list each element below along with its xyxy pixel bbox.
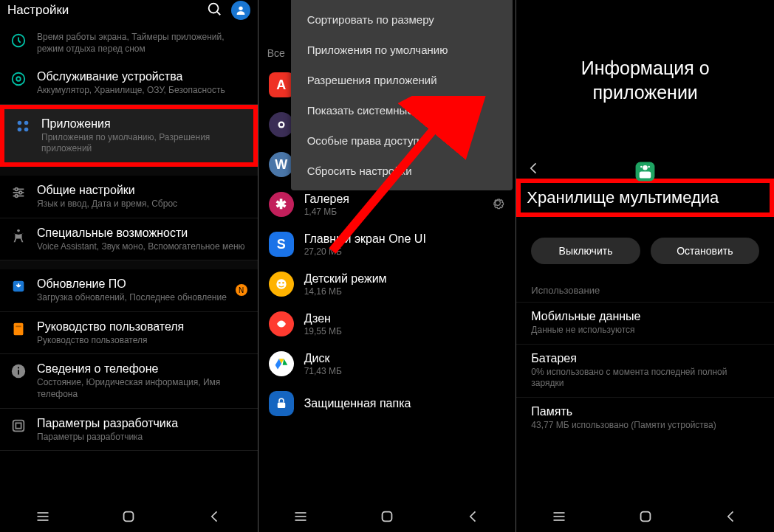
android-navbar bbox=[258, 501, 516, 532]
usage-title: Память bbox=[531, 405, 759, 418]
usage-storage[interactable]: Память 43,77 МБ использовано (Памяти уст… bbox=[516, 397, 774, 439]
gear-icon[interactable] bbox=[490, 196, 505, 213]
svg-rect-53 bbox=[640, 512, 650, 522]
menu-default-apps[interactable]: Приложения по умолчанию bbox=[291, 35, 513, 65]
settings-item-apps-highlight: Приложения Приложения по умолчанию, Разр… bbox=[0, 105, 258, 167]
settings-item-sub: Параметры разработчика bbox=[37, 432, 247, 443]
usage-sub: 43,77 МБ использовано (Памяти устройства… bbox=[531, 420, 759, 432]
settings-item-accessibility[interactable]: Специальные возможности Voice Assistant,… bbox=[0, 218, 258, 261]
screen-app-info: Информация о приложении Хранилище мульти… bbox=[516, 0, 774, 532]
search-icon[interactable] bbox=[206, 1, 222, 20]
app-icon-oneui: S bbox=[269, 232, 294, 257]
settings-item-sub: Приложения по умолчанию, Разрешения прил… bbox=[41, 132, 243, 155]
a11y-icon bbox=[10, 227, 27, 243]
settings-item-manual[interactable]: Руководство пользователя Руководство пол… bbox=[0, 312, 258, 355]
nav-back[interactable] bbox=[466, 509, 481, 524]
svg-point-31 bbox=[276, 279, 286, 289]
svg-line-1 bbox=[217, 12, 220, 15]
svg-rect-23 bbox=[13, 420, 24, 431]
app-item[interactable]: Защищенная папка bbox=[258, 384, 516, 424]
disable-button[interactable]: Выключить bbox=[531, 238, 640, 264]
nav-home[interactable] bbox=[379, 508, 395, 525]
app-icon-kids bbox=[269, 272, 294, 297]
app-title: Детский режим bbox=[304, 272, 506, 286]
svg-point-47 bbox=[640, 166, 643, 168]
settings-item-sw-update[interactable]: Обновление ПО Загрузка обновлений, После… bbox=[0, 269, 258, 312]
nav-recents[interactable] bbox=[35, 509, 50, 524]
nav-home[interactable] bbox=[637, 508, 654, 525]
menu-app-permissions[interactable]: Разрешения приложений bbox=[291, 65, 513, 95]
app-icon-secure bbox=[269, 391, 294, 416]
app-info-title: Информация о приложении bbox=[516, 0, 774, 108]
svg-point-22 bbox=[18, 367, 19, 369]
svg-rect-38 bbox=[277, 403, 285, 409]
usage-battery[interactable]: Батарея 0% использовано с момента послед… bbox=[516, 344, 774, 397]
settings-item-sub: Руководство пользователя bbox=[37, 335, 247, 347]
settings-item-digital-wellbeing[interactable]: Время работы экрана, Таймеры приложений,… bbox=[0, 24, 258, 62]
nav-home[interactable] bbox=[120, 508, 137, 525]
menu-special-access[interactable]: Особые права доступа bbox=[291, 125, 513, 156]
usage-title: Мобильные данные bbox=[531, 310, 759, 323]
settings-item-title: Руководство пользователя bbox=[37, 319, 247, 334]
svg-point-8 bbox=[18, 128, 22, 132]
force-stop-button[interactable]: Остановить bbox=[651, 238, 759, 264]
usage-mobile-data[interactable]: Мобильные данные Данные не используются bbox=[516, 302, 774, 344]
app-name: Хранилище мультимедиа bbox=[527, 188, 764, 207]
back-icon[interactable] bbox=[527, 161, 541, 179]
svg-point-6 bbox=[18, 120, 22, 125]
app-item[interactable]: S Главный экран One UI 27,20 МБ bbox=[258, 224, 516, 264]
update-icon bbox=[10, 278, 27, 294]
apps-overflow-menu: Сортировать по размеру Приложения по умо… bbox=[291, 0, 513, 190]
app-item[interactable]: Детский режим 14,16 МБ bbox=[258, 264, 516, 304]
settings-item-title: Обслуживание устройства bbox=[37, 69, 247, 84]
settings-item-about-phone[interactable]: Сведения о телефоне Состояние, Юридическ… bbox=[0, 354, 258, 408]
svg-point-7 bbox=[24, 120, 29, 125]
svg-point-5 bbox=[16, 77, 21, 81]
settings-item-sub: Аккумулятор, Хранилище, ОЗУ, Безопасност… bbox=[37, 85, 247, 97]
svg-rect-44 bbox=[383, 512, 392, 522]
svg-point-48 bbox=[648, 166, 651, 168]
app-icon-drive bbox=[269, 351, 294, 376]
nav-recents[interactable] bbox=[293, 509, 308, 524]
app-title: Защищенная папка bbox=[304, 397, 506, 410]
svg-point-0 bbox=[208, 4, 218, 13]
svg-rect-21 bbox=[18, 370, 19, 375]
settings-item-device-care[interactable]: Обслуживание устройства Аккумулятор, Хра… bbox=[0, 62, 258, 105]
app-title: Главный экран One UI bbox=[304, 232, 506, 246]
manual-icon bbox=[10, 321, 27, 337]
settings-item-title: Общие настройки bbox=[37, 183, 247, 198]
nav-back[interactable] bbox=[724, 509, 739, 524]
menu-sort-by-size[interactable]: Сортировать по размеру bbox=[291, 4, 513, 35]
profile-avatar[interactable] bbox=[231, 1, 250, 20]
svg-rect-24 bbox=[16, 423, 21, 428]
app-size: 14,16 МБ bbox=[304, 286, 506, 297]
dev-icon bbox=[10, 418, 27, 434]
svg-rect-18 bbox=[14, 323, 24, 336]
app-item[interactable]: ✱ Галерея 1,47 МБ bbox=[258, 184, 516, 224]
settings-item-sub: Время работы экрана, Таймеры приложений,… bbox=[37, 32, 247, 55]
svg-rect-49 bbox=[640, 172, 651, 179]
screen-app-list: Все A W ВКонтакте 1,47 МБ ✱ Галерея 1,47… bbox=[258, 0, 516, 532]
nav-back[interactable] bbox=[208, 509, 222, 524]
svg-point-33 bbox=[282, 282, 284, 284]
svg-point-4 bbox=[13, 73, 25, 86]
settings-item-sub: Voice Assistant, Звук моно, Вспомогатель… bbox=[37, 241, 247, 253]
settings-item-apps[interactable]: Приложения Приложения по умолчанию, Разр… bbox=[4, 109, 253, 162]
svg-point-14 bbox=[19, 191, 22, 194]
menu-show-system-apps[interactable]: Показать системные приложения bbox=[291, 95, 513, 125]
update-badge: N bbox=[236, 284, 247, 296]
nav-recents[interactable] bbox=[552, 509, 566, 524]
settings-item-general[interactable]: Общие настройки Язык и ввод, Дата и врем… bbox=[0, 176, 258, 218]
app-item[interactable]: Диск 71,43 МБ bbox=[258, 344, 516, 384]
app-icon-zen bbox=[269, 311, 294, 336]
settings-item-title: Приложения bbox=[41, 117, 243, 131]
settings-item-sub: Загрузка обновлений, Последнее обновлени… bbox=[37, 292, 236, 304]
app-icon-bixby bbox=[269, 112, 294, 137]
apps-icon bbox=[15, 118, 31, 134]
app-item[interactable]: Дзен 19,55 МБ bbox=[258, 304, 516, 344]
info-icon bbox=[10, 363, 27, 379]
settings-item-dev-options[interactable]: Параметры разработчика Параметры разрабо… bbox=[0, 409, 258, 452]
menu-reset-prefs[interactable]: Сбросить настройки bbox=[291, 156, 513, 186]
usage-sub: Данные не используются bbox=[531, 325, 759, 336]
svg-point-30 bbox=[279, 123, 283, 127]
